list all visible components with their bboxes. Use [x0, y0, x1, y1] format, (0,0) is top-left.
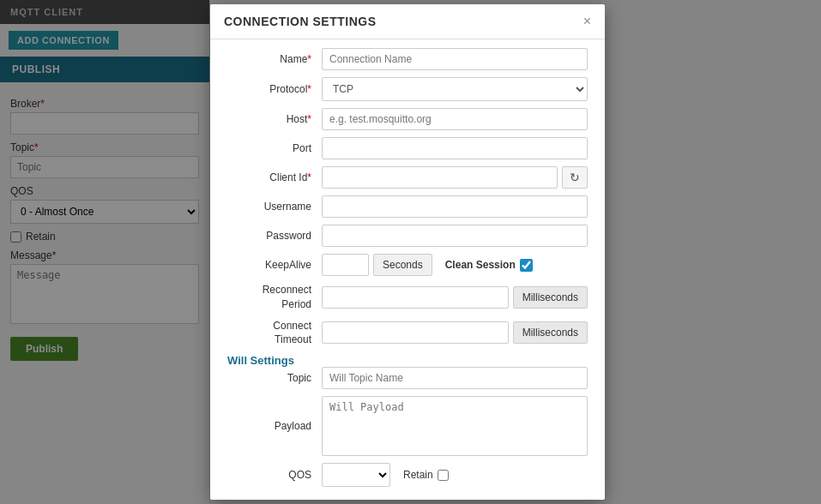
seconds-label: Seconds: [373, 254, 432, 276]
reconnect-period-unit: Milliseconds: [513, 286, 588, 309]
name-input[interactable]: [322, 48, 588, 70]
connect-timeout-unit: Milliseconds: [513, 321, 588, 344]
will-settings-section: Will Settings Topic Payload QOS 0 - At M…: [227, 354, 588, 487]
modal-header: CONNECTION SETTINGS ×: [210, 4, 605, 39]
will-retain-checkbox[interactable]: [438, 470, 449, 481]
name-label: Name*: [227, 53, 322, 65]
host-label: Host*: [227, 113, 322, 125]
will-topic-input[interactable]: [322, 367, 588, 389]
will-payload-textarea[interactable]: [322, 396, 588, 456]
clean-session-group: Clean Session: [445, 259, 533, 272]
connect-timeout-row: Connect Timeout 30000 Milliseconds: [227, 319, 588, 348]
reconnect-period-row: Reconnect Period 1000 Milliseconds: [227, 283, 588, 312]
will-retain-label: Retain: [403, 469, 433, 481]
client-id-input[interactable]: 9c55e36e-2f85-42a4-8874-5d5f955acc13: [322, 166, 558, 189]
will-payload-label: Payload: [227, 420, 322, 432]
username-label: Username: [227, 201, 322, 213]
keepalive-input[interactable]: 10: [322, 254, 369, 276]
reconnect-period-group: 1000 Milliseconds: [322, 286, 588, 309]
modal-body: Name* Protocol* TCP WS WSS TCPS Host*: [210, 39, 605, 500]
client-id-row: Client Id* 9c55e36e-2f85-42a4-8874-5d5f9…: [227, 166, 588, 189]
username-input[interactable]: [322, 195, 588, 218]
will-settings-toggle[interactable]: Will Settings: [227, 354, 294, 367]
modal-title: CONNECTION SETTINGS: [224, 15, 377, 28]
keepalive-label: KeepAlive: [227, 259, 322, 271]
protocol-label: Protocol*: [227, 83, 322, 95]
host-input[interactable]: [322, 108, 588, 130]
password-row: Password: [227, 225, 588, 247]
will-qos-row: QOS 0 - At Most Once 1 - At Least Once 2…: [227, 463, 588, 487]
port-label: Port: [227, 142, 322, 154]
reconnect-period-input[interactable]: 1000: [322, 286, 509, 309]
connect-timeout-label: Connect Timeout: [227, 319, 322, 348]
will-qos-label: QOS: [227, 469, 322, 481]
host-row: Host*: [227, 108, 588, 130]
client-id-group: 9c55e36e-2f85-42a4-8874-5d5f955acc13 ↻: [322, 166, 588, 189]
keepalive-row: KeepAlive 10 Seconds Clean Session: [227, 254, 588, 276]
clean-session-label: Clean Session: [445, 259, 516, 271]
port-input[interactable]: 1883: [322, 137, 588, 159]
clean-session-checkbox[interactable]: [520, 259, 533, 272]
modal-close-button[interactable]: ×: [583, 15, 591, 28]
will-qos-select[interactable]: 0 - At Most Once 1 - At Least Once 2 - E…: [322, 463, 390, 487]
connect-timeout-group: 30000 Milliseconds: [322, 321, 588, 344]
client-id-label: Client Id*: [227, 171, 322, 183]
will-payload-row: Payload: [227, 396, 588, 456]
will-topic-row: Topic: [227, 367, 588, 389]
password-label: Password: [227, 230, 322, 242]
protocol-row: Protocol* TCP WS WSS TCPS: [227, 77, 588, 101]
connect-timeout-input[interactable]: 30000: [322, 321, 509, 344]
password-input[interactable]: [322, 225, 588, 247]
username-row: Username: [227, 195, 588, 218]
port-row: Port 1883: [227, 137, 588, 159]
will-retain-group: Retain: [403, 469, 449, 481]
keepalive-group: 10 Seconds Clean Session: [322, 254, 588, 276]
will-topic-label: Topic: [227, 372, 322, 384]
protocol-select[interactable]: TCP WS WSS TCPS: [322, 77, 588, 101]
name-row: Name*: [227, 48, 588, 70]
reconnect-period-label: Reconnect Period: [227, 283, 322, 312]
connection-settings-modal: CONNECTION SETTINGS × Name* Protocol* TC…: [210, 4, 605, 500]
refresh-client-id-button[interactable]: ↻: [562, 166, 588, 189]
